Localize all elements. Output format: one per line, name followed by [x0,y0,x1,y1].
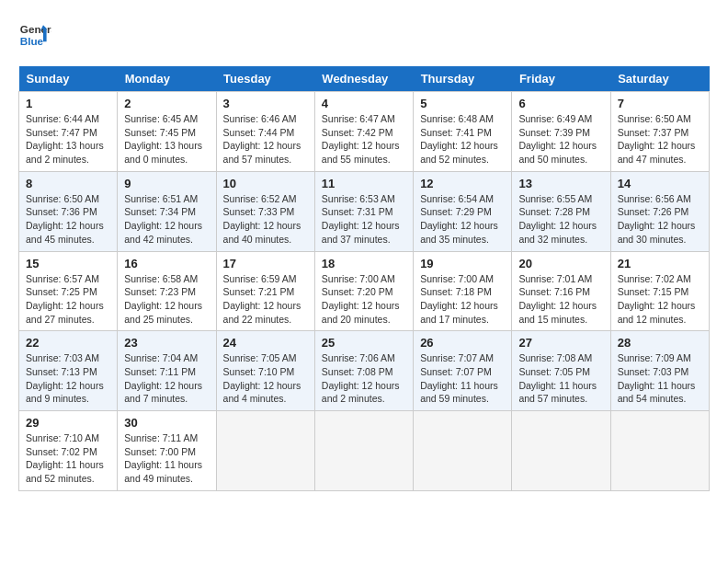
calendar-row: 22 Sunrise: 7:03 AMSunset: 7:13 PMDaylig… [19,331,710,411]
day-number: 26 [420,336,505,350]
logo: General Blue [18,18,51,52]
calendar-cell: 25 Sunrise: 7:06 AMSunset: 7:08 PMDaylig… [314,331,413,411]
day-info: Sunrise: 7:11 AMSunset: 7:00 PMDaylight:… [124,432,202,484]
calendar-cell: 22 Sunrise: 7:03 AMSunset: 7:13 PMDaylig… [19,331,118,411]
calendar-cell: 6 Sunrise: 6:49 AMSunset: 7:39 PMDayligh… [512,92,610,172]
calendar-cell: 24 Sunrise: 7:05 AMSunset: 7:10 PMDaylig… [216,331,314,411]
day-number: 24 [223,336,308,350]
day-info: Sunrise: 6:49 AMSunset: 7:39 PMDaylight:… [518,113,597,165]
calendar-cell: 4 Sunrise: 6:47 AMSunset: 7:42 PMDayligh… [314,92,413,172]
calendar-cell: 23 Sunrise: 7:04 AMSunset: 7:11 PMDaylig… [118,331,216,411]
calendar-row: 29 Sunrise: 7:10 AMSunset: 7:02 PMDaylig… [19,411,710,491]
day-info: Sunrise: 7:02 AMSunset: 7:15 PMDaylight:… [618,273,696,325]
day-info: Sunrise: 7:01 AMSunset: 7:16 PMDaylight:… [518,273,597,325]
day-info: Sunrise: 6:51 AMSunset: 7:34 PMDaylight:… [124,193,202,245]
calendar-cell: 15 Sunrise: 6:57 AMSunset: 7:25 PMDaylig… [19,251,118,331]
calendar-cell: 21 Sunrise: 7:02 AMSunset: 7:15 PMDaylig… [610,251,709,331]
calendar-cell: 28 Sunrise: 7:09 AMSunset: 7:03 PMDaylig… [610,331,709,411]
day-number: 5 [420,97,505,110]
day-info: Sunrise: 6:58 AMSunset: 7:23 PMDaylight:… [124,273,202,325]
calendar-cell: 30 Sunrise: 7:11 AMSunset: 7:00 PMDaylig… [118,411,216,491]
day-info: Sunrise: 6:56 AMSunset: 7:26 PMDaylight:… [618,193,696,245]
day-number: 30 [124,416,209,430]
day-number: 6 [518,97,603,110]
day-number: 29 [26,416,110,430]
calendar-cell: 27 Sunrise: 7:08 AMSunset: 7:05 PMDaylig… [512,331,610,411]
day-number: 9 [124,177,209,190]
day-number: 15 [26,257,110,270]
calendar-cell: 26 Sunrise: 7:07 AMSunset: 7:07 PMDaylig… [414,331,512,411]
calendar-cell: 16 Sunrise: 6:58 AMSunset: 7:23 PMDaylig… [118,251,216,331]
col-header-wednesday: Wednesday [314,66,413,92]
day-number: 18 [322,257,406,270]
calendar-cell: 13 Sunrise: 6:55 AMSunset: 7:28 PMDaylig… [512,171,610,251]
calendar-cell: 7 Sunrise: 6:50 AMSunset: 7:37 PMDayligh… [610,92,709,172]
day-number: 16 [124,257,209,270]
day-info: Sunrise: 6:48 AMSunset: 7:41 PMDaylight:… [420,113,498,165]
day-info: Sunrise: 6:47 AMSunset: 7:42 PMDaylight:… [322,113,400,165]
day-info: Sunrise: 7:07 AMSunset: 7:07 PMDaylight:… [420,352,498,404]
day-number: 21 [618,257,702,270]
day-number: 27 [518,336,603,350]
calendar-cell [512,411,610,491]
calendar-cell: 18 Sunrise: 7:00 AMSunset: 7:20 PMDaylig… [314,251,413,331]
calendar-cell: 8 Sunrise: 6:50 AMSunset: 7:36 PMDayligh… [19,171,118,251]
col-header-thursday: Thursday [414,66,512,92]
calendar-cell: 11 Sunrise: 6:53 AMSunset: 7:31 PMDaylig… [314,171,413,251]
calendar-cell: 17 Sunrise: 6:59 AMSunset: 7:21 PMDaylig… [216,251,314,331]
day-info: Sunrise: 6:53 AMSunset: 7:31 PMDaylight:… [322,193,400,245]
day-info: Sunrise: 7:04 AMSunset: 7:11 PMDaylight:… [124,352,202,404]
svg-text:Blue: Blue [20,35,44,47]
day-info: Sunrise: 7:08 AMSunset: 7:05 PMDaylight:… [518,352,597,404]
day-number: 22 [26,336,110,350]
calendar-cell [414,411,512,491]
calendar-cell: 10 Sunrise: 6:52 AMSunset: 7:33 PMDaylig… [216,171,314,251]
calendar-cell: 12 Sunrise: 6:54 AMSunset: 7:29 PMDaylig… [414,171,512,251]
day-number: 20 [518,257,603,270]
day-info: Sunrise: 6:57 AMSunset: 7:25 PMDaylight:… [26,273,104,325]
day-number: 17 [223,257,308,270]
day-number: 13 [518,177,603,190]
day-number: 10 [223,177,308,190]
day-number: 12 [420,177,505,190]
calendar-row: 15 Sunrise: 6:57 AMSunset: 7:25 PMDaylig… [19,251,710,331]
day-number: 11 [322,177,406,190]
col-header-monday: Monday [118,66,216,92]
calendar-cell: 1 Sunrise: 6:44 AMSunset: 7:47 PMDayligh… [19,92,118,172]
svg-text:General: General [20,23,51,35]
calendar-cell: 3 Sunrise: 6:46 AMSunset: 7:44 PMDayligh… [216,92,314,172]
day-info: Sunrise: 7:09 AMSunset: 7:03 PMDaylight:… [618,352,696,404]
day-info: Sunrise: 6:59 AMSunset: 7:21 PMDaylight:… [223,273,301,325]
day-number: 1 [26,97,110,110]
calendar-cell [216,411,314,491]
calendar-cell [610,411,709,491]
day-info: Sunrise: 6:55 AMSunset: 7:28 PMDaylight:… [518,193,597,245]
col-header-friday: Friday [512,66,610,92]
day-info: Sunrise: 6:50 AMSunset: 7:37 PMDaylight:… [618,113,696,165]
day-number: 7 [618,97,702,110]
col-header-saturday: Saturday [610,66,709,92]
day-info: Sunrise: 7:00 AMSunset: 7:20 PMDaylight:… [322,273,400,325]
calendar-row: 8 Sunrise: 6:50 AMSunset: 7:36 PMDayligh… [19,171,710,251]
day-info: Sunrise: 7:00 AMSunset: 7:18 PMDaylight:… [420,273,498,325]
calendar-cell: 2 Sunrise: 6:45 AMSunset: 7:45 PMDayligh… [118,92,216,172]
day-number: 28 [618,336,702,350]
calendar-cell: 29 Sunrise: 7:10 AMSunset: 7:02 PMDaylig… [19,411,118,491]
day-number: 25 [322,336,406,350]
day-number: 19 [420,257,505,270]
day-info: Sunrise: 6:52 AMSunset: 7:33 PMDaylight:… [223,193,301,245]
calendar-cell: 14 Sunrise: 6:56 AMSunset: 7:26 PMDaylig… [610,171,709,251]
day-number: 8 [26,177,110,190]
day-info: Sunrise: 7:10 AMSunset: 7:02 PMDaylight:… [26,432,104,484]
day-info: Sunrise: 6:45 AMSunset: 7:45 PMDaylight:… [124,113,202,165]
calendar-cell: 19 Sunrise: 7:00 AMSunset: 7:18 PMDaylig… [414,251,512,331]
day-number: 23 [124,336,209,350]
day-number: 14 [618,177,702,190]
day-info: Sunrise: 6:50 AMSunset: 7:36 PMDaylight:… [26,193,104,245]
calendar-row: 1 Sunrise: 6:44 AMSunset: 7:47 PMDayligh… [19,92,710,172]
calendar-cell: 9 Sunrise: 6:51 AMSunset: 7:34 PMDayligh… [118,171,216,251]
day-info: Sunrise: 7:05 AMSunset: 7:10 PMDaylight:… [223,352,301,404]
day-info: Sunrise: 7:06 AMSunset: 7:08 PMDaylight:… [322,352,400,404]
day-number: 3 [223,97,308,110]
day-info: Sunrise: 7:03 AMSunset: 7:13 PMDaylight:… [26,352,104,404]
